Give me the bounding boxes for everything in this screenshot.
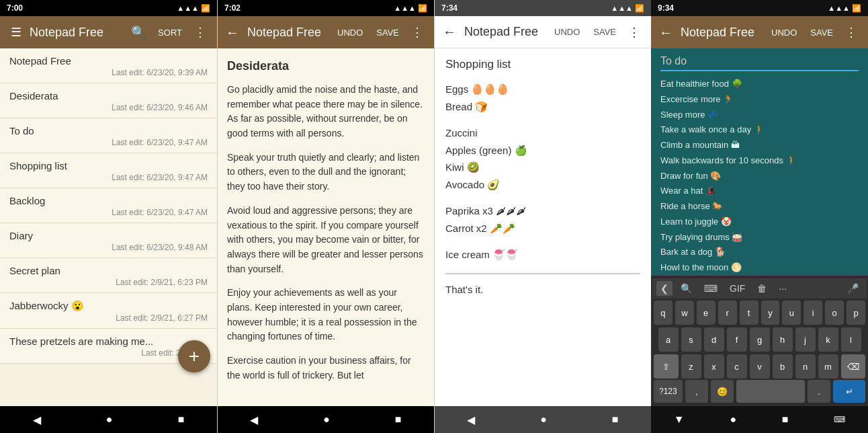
kb-key-v[interactable]: v bbox=[750, 354, 770, 379]
shopping-item: Paprika x3 🌶🌶🌶 bbox=[445, 202, 640, 220]
app-title-3: Notepad Free bbox=[464, 25, 545, 39]
note-date: Last edit: 6/23/20, 9:48 AM bbox=[9, 243, 208, 252]
nav-recents[interactable]: ■ bbox=[178, 414, 185, 426]
app-title-2: Notepad Free bbox=[247, 26, 328, 40]
back-button-3[interactable]: ← bbox=[443, 24, 456, 40]
nav-home-2[interactable]: ● bbox=[323, 414, 330, 426]
kb-key-j[interactable]: j bbox=[795, 327, 816, 352]
kb-key-g[interactable]: g bbox=[750, 327, 770, 352]
kb-delete-btn[interactable]: 🗑 bbox=[753, 281, 771, 296]
nav-recents-4[interactable]: ■ bbox=[782, 414, 789, 426]
kb-key-p[interactable]: p bbox=[847, 301, 865, 325]
list-item[interactable]: Jabberwocky 😮 Last edit: 2/9/21, 6:27 PM bbox=[0, 293, 217, 329]
kb-key-q[interactable]: q bbox=[654, 301, 672, 325]
list-item[interactable]: Notepad Free Last edit: 6/23/20, 9:39 AM bbox=[0, 48, 217, 83]
undo-button-2[interactable]: UNDO bbox=[333, 25, 367, 40]
kb-keyboard-btn[interactable]: ⌨ bbox=[700, 281, 722, 296]
kb-key-n[interactable]: n bbox=[795, 354, 816, 379]
kb-key-c[interactable]: c bbox=[727, 354, 747, 379]
note-title: Secret plan bbox=[9, 265, 208, 276]
status-icons-2: ▲▲▲ 📶 bbox=[394, 4, 427, 13]
menu-icon[interactable]: ☰ bbox=[8, 22, 24, 42]
kb-comma-key[interactable]: , bbox=[685, 380, 708, 403]
kb-key-z[interactable]: z bbox=[681, 354, 701, 379]
kb-key-x[interactable]: x bbox=[704, 354, 724, 379]
kb-key-s[interactable]: s bbox=[681, 327, 701, 352]
save-button-2[interactable]: SAVE bbox=[372, 25, 403, 40]
shopping-footer: That's it. bbox=[445, 284, 640, 295]
nav-home[interactable]: ● bbox=[106, 414, 113, 426]
kb-nums-key[interactable]: ?123 bbox=[654, 380, 683, 403]
nav-back-3[interactable]: ◀ bbox=[467, 414, 475, 426]
shopping-item: Bread 🍞 bbox=[445, 98, 640, 116]
kb-key-t[interactable]: t bbox=[740, 301, 758, 325]
nav-recents-3[interactable]: ■ bbox=[612, 414, 619, 426]
kb-key-b[interactable]: b bbox=[773, 354, 793, 379]
search-icon[interactable]: 🔍 bbox=[128, 22, 148, 42]
kb-key-d[interactable]: d bbox=[704, 327, 724, 352]
list-item[interactable]: Desiderata Last edit: 6/23/20, 9:46 AM bbox=[0, 83, 217, 118]
kb-row-2: a s d f g h j k l bbox=[654, 327, 865, 352]
kb-key-r[interactable]: r bbox=[718, 301, 737, 325]
kb-back-btn[interactable]: ❮ bbox=[656, 281, 672, 296]
nav-back[interactable]: ◀ bbox=[33, 414, 41, 426]
kb-key-h[interactable]: h bbox=[773, 327, 793, 352]
nav-home-4[interactable]: ● bbox=[730, 414, 736, 426]
kb-key-l[interactable]: l bbox=[841, 327, 861, 352]
save-button-4[interactable]: SAVE bbox=[806, 25, 837, 40]
kb-gif-btn[interactable]: GIF bbox=[726, 281, 749, 296]
kb-key-y[interactable]: y bbox=[761, 301, 780, 325]
nav-back-4[interactable]: ▼ bbox=[674, 414, 685, 426]
nav-keyboard-4[interactable]: ⌨ bbox=[834, 415, 845, 424]
list-item[interactable]: Diary Last edit: 6/23/20, 9:48 AM bbox=[0, 223, 217, 258]
fab-new-note[interactable]: + bbox=[178, 340, 210, 372]
kb-key-o[interactable]: o bbox=[825, 301, 844, 325]
nav-back-2[interactable]: ◀ bbox=[250, 414, 258, 426]
kb-key-m[interactable]: m bbox=[818, 354, 838, 379]
save-button-3[interactable]: SAVE bbox=[589, 24, 620, 40]
sort-button[interactable]: SORT bbox=[154, 25, 186, 40]
kb-search-btn[interactable]: 🔍 bbox=[677, 281, 696, 296]
kb-key-a[interactable]: a bbox=[658, 327, 679, 352]
kb-key-i[interactable]: i bbox=[804, 301, 822, 325]
list-item[interactable]: Backlog Last edit: 6/23/20, 9:47 AM bbox=[0, 188, 217, 223]
kb-shift-key[interactable]: ⇧ bbox=[654, 354, 679, 379]
kb-backspace-key[interactable]: ⌫ bbox=[841, 354, 866, 379]
list-item[interactable]: To do Last edit: 6/23/20, 9:47 AM bbox=[0, 118, 217, 153]
todo-item: Howl to the moon 🌕 bbox=[660, 260, 859, 276]
kb-space-key[interactable] bbox=[736, 380, 805, 403]
undo-button-3[interactable]: UNDO bbox=[550, 24, 584, 40]
keyboard-rows: q w e r t y u i o p a s d f g h j k l bbox=[652, 301, 867, 379]
desiderata-para-5: Exercise caution in your business affair… bbox=[227, 354, 425, 383]
desiderata-para-3: Avoid loud and aggressive persons; they … bbox=[227, 204, 425, 276]
kb-enter-key[interactable]: ↵ bbox=[833, 380, 865, 403]
kb-mic-btn[interactable]: 🎤 bbox=[843, 281, 863, 296]
back-button-4[interactable]: ← bbox=[659, 25, 672, 40]
more-icon-1[interactable]: ⋮ bbox=[191, 22, 209, 42]
back-button-2[interactable]: ← bbox=[226, 25, 239, 40]
kb-key-u[interactable]: u bbox=[782, 301, 801, 325]
more-icon-2[interactable]: ⋮ bbox=[408, 22, 426, 42]
toolbar-1: ☰ Notepad Free 🔍 SORT ⋮ bbox=[0, 16, 217, 48]
kb-more-btn[interactable]: ··· bbox=[775, 281, 791, 296]
kb-key-k[interactable]: k bbox=[818, 327, 838, 352]
nav-recents-2[interactable]: ■ bbox=[395, 414, 402, 426]
kb-period-key[interactable]: . bbox=[808, 380, 830, 403]
kb-key-e[interactable]: e bbox=[697, 301, 715, 325]
list-item[interactable]: Shopping list Last edit: 6/23/20, 9:47 A… bbox=[0, 153, 217, 188]
note-title: Notepad Free bbox=[9, 55, 208, 67]
shopping-item: Apples (green) 🍏 bbox=[445, 142, 640, 159]
kb-emoji-key[interactable]: 😊 bbox=[711, 380, 734, 403]
todo-item: Take a walk once a day 🚶 bbox=[660, 122, 859, 138]
toolbar-2: ← Notepad Free UNDO SAVE ⋮ bbox=[218, 16, 434, 48]
kb-key-f[interactable]: f bbox=[727, 327, 747, 352]
more-icon-4[interactable]: ⋮ bbox=[842, 22, 860, 42]
note-title: Diary bbox=[9, 230, 208, 241]
list-item[interactable]: Secret plan Last edit: 2/9/21, 6:23 PM bbox=[0, 258, 217, 293]
kb-key-w[interactable]: w bbox=[675, 301, 694, 325]
todo-content: To do Eat healthier food 🌳 Excercise mor… bbox=[651, 48, 868, 276]
note-date: Last edit: 6/23/20, 9:47 AM bbox=[9, 208, 208, 217]
nav-home-3[interactable]: ● bbox=[540, 414, 547, 426]
undo-button-4[interactable]: UNDO bbox=[767, 25, 801, 40]
more-icon-3[interactable]: ⋮ bbox=[625, 22, 643, 42]
